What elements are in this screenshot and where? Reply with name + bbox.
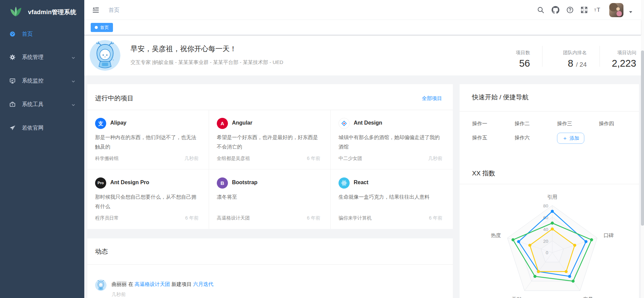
scrollbar-thumb[interactable] (641, 51, 644, 226)
svg-text:贡献: 贡献 (511, 296, 522, 298)
github-icon[interactable] (552, 6, 559, 14)
activity-title: 动态 (95, 247, 108, 256)
sidebar-item-label: 若依官网 (22, 125, 43, 132)
quick-nav-title: 快速开始 / 便捷导航 (472, 93, 529, 102)
quick-link-1[interactable]: 操作一 (472, 121, 487, 127)
svg-text:40: 40 (543, 227, 548, 232)
quick-link-6[interactable]: 操作六 (515, 135, 530, 141)
caret-down-icon[interactable] (629, 9, 633, 11)
quick-link-5[interactable]: 操作五 (472, 135, 487, 141)
divider (460, 111, 639, 111)
add-button[interactable]: ＋ 添加 (557, 133, 584, 144)
monitor-icon (9, 77, 16, 84)
alipay-logo-icon: 支 (95, 118, 106, 129)
right-panel: 快速开始 / 便捷导航 操作一 操作二 操作三 操作四 操作五 操作六 ＋ 添加… (460, 84, 639, 298)
greeting-subtitle: 交互专家 |蚂蚁金服 - 某某某事业群 - 某某平台部 - 某某技术部 - UE… (130, 59, 283, 66)
radar-chart: 020406080引用口碑产量贡献热度 (481, 192, 623, 298)
sidebar-item-system-admin[interactable]: 系统管理 (0, 48, 84, 67)
angular-logo-icon: A (217, 118, 228, 129)
chevron-down-icon (71, 55, 76, 60)
project-card-angular[interactable]: A Angular 希望是一个好东西，也许是最好的，好东西是不会消亡的 全组都是… (209, 110, 331, 169)
sidebar-logo[interactable]: vfadmin管理系统 (0, 0, 84, 24)
quick-link-4[interactable]: 操作四 (599, 121, 614, 127)
all-projects-link[interactable]: 全部项目 (422, 95, 442, 102)
gear-icon (9, 54, 16, 61)
project-card-alipay[interactable]: 支 Alipay 那是一种内在的东西，他们到达不了，也无法触及的 科学搬砖组 几… (87, 110, 209, 169)
dashboard-icon (9, 31, 16, 37)
tag-label: 首页 (100, 25, 109, 31)
sidebar: vfadmin管理系统 首页 (0, 0, 84, 298)
project-card-antdesign[interactable]: Ant Design 城镇中有那么多的酒馆，她却偏偏走进了我的酒馆 中二少女团 … (331, 110, 452, 169)
tag-active-dot (95, 26, 98, 29)
activity-time: 几秒前 (112, 292, 126, 298)
sidebar-fold-icon[interactable] (92, 6, 100, 14)
sidebar-item-label: 系统监控 (22, 77, 43, 85)
projects-title: 进行中的项目 (95, 94, 134, 103)
svg-text:热度: 热度 (491, 232, 501, 238)
activity-user[interactable]: 曲丽丽 (112, 281, 127, 287)
divider (460, 184, 639, 184)
sidebar-item-ruoyi-site[interactable]: 若依官网 (0, 119, 84, 137)
fullscreen-icon[interactable] (580, 6, 588, 14)
stat-project-visits: 项目访问 2,223 (589, 36, 636, 75)
workbench-page: vfadmin管理系统 首页 (0, 0, 644, 298)
toolbox-icon (9, 101, 16, 108)
svg-text:产量: 产量 (583, 296, 593, 298)
svg-text:20: 20 (543, 239, 548, 244)
quick-link-2[interactable]: 操作二 (515, 121, 530, 127)
quick-link-3[interactable]: 操作三 (557, 121, 572, 127)
greeting-text: 早安，吴彦祖，祝你开心每一天！ (130, 44, 237, 54)
svg-text:80: 80 (543, 203, 548, 208)
svg-text:T: T (594, 8, 596, 12)
activity-item: 曲丽丽 在 高逼格设计天团 新建项目 六月迭代 (112, 281, 213, 288)
chevron-down-icon (71, 79, 76, 83)
svg-text:T: T (597, 6, 601, 13)
help-icon[interactable] (566, 6, 574, 14)
tags-view-bar: 首页 (84, 20, 641, 35)
chevron-down-icon (71, 102, 76, 107)
sidebar-item-system-tools[interactable]: 系统工具 (0, 95, 84, 114)
project-card-react[interactable]: React 生命就像一盒巧克力，结果往往出人意料 骗你来学计算机 6 年前 (331, 169, 452, 229)
app-title: vfadmin管理系统 (28, 8, 76, 16)
greeting-avatar (90, 40, 120, 71)
divider (87, 264, 453, 265)
top-navbar: 首页 T T (84, 0, 641, 20)
sidebar-item-system-monitor[interactable]: 系统监控 (0, 71, 84, 90)
search-icon[interactable] (537, 6, 545, 14)
breadcrumb[interactable]: 首页 (109, 7, 119, 14)
project-card-bootstrap[interactable]: B Bootstrap 凛冬将至 高逼格设计天团 6 年前 (209, 169, 331, 229)
svg-text:引用: 引用 (547, 194, 557, 200)
xx-index-title: XX 指数 (472, 169, 495, 178)
sidebar-item-home[interactable]: 首页 (0, 25, 84, 43)
project-card-antdesignpro[interactable]: Pro Ant Design Pro 那时候我只会想自己想要什么，从不想自己拥有… (87, 169, 209, 229)
activity-user-avatar (95, 279, 107, 291)
activity-project-link[interactable]: 六月迭代 (193, 281, 213, 287)
projects-panel: 进行中的项目 全部项目 支 Alipay 那是一种内在的东西，他们到达不了，也无… (87, 84, 453, 229)
plus-icon: ＋ (562, 136, 568, 141)
paper-plane-icon (9, 125, 16, 131)
react-logo-icon (339, 177, 350, 189)
activity-panel: 动态 曲丽丽 在 高逼格设计天团 新建项目 六月迭代 几秒前 (87, 238, 453, 298)
ant-design-logo-icon (339, 118, 350, 129)
user-avatar[interactable] (609, 3, 623, 17)
leaf-logo-icon (9, 5, 22, 19)
stat-team-rank: 团队内排名 8 / 24 (539, 36, 587, 75)
activity-group-link[interactable]: 高逼格设计天团 (135, 281, 170, 287)
font-size-icon[interactable]: T T (594, 6, 602, 14)
welcome-panel: 早安，吴彦祖，祝你开心每一天！ 交互专家 |蚂蚁金服 - 某某某事业群 - 某某… (84, 36, 641, 75)
svg-text:口碑: 口碑 (604, 232, 614, 238)
svg-text:0: 0 (546, 250, 548, 255)
sidebar-item-label: 系统工具 (22, 101, 43, 108)
sidebar-item-label: 首页 (22, 31, 33, 38)
bootstrap-logo-icon: B (217, 177, 228, 189)
stat-project-count: 项目数 56 (483, 36, 530, 75)
tag-home[interactable]: 首页 (91, 23, 113, 32)
sidebar-item-label: 系统管理 (22, 54, 43, 61)
ant-design-pro-logo-icon: Pro (95, 177, 106, 189)
